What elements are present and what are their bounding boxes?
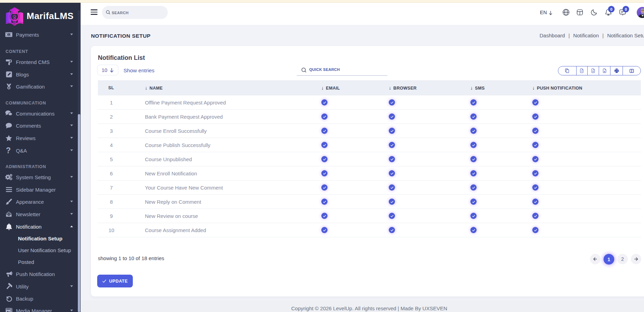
svg-text:x: x — [581, 70, 583, 72]
svg-text:1: 1 — [8, 33, 10, 36]
